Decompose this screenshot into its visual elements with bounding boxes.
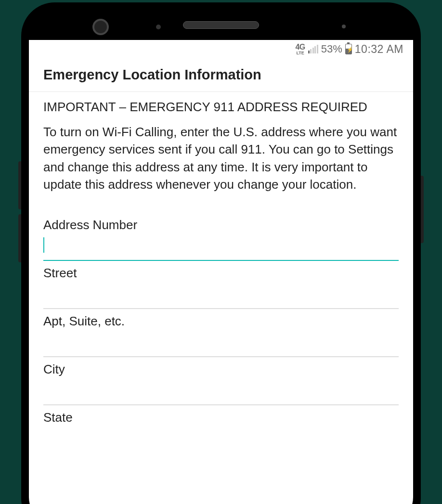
battery-percent: 53% — [321, 43, 342, 55]
network-lte-icon: 4GLTE — [295, 43, 305, 55]
phone-top-bar — [29, 10, 413, 40]
text-caret — [43, 237, 44, 253]
power-button — [421, 176, 424, 243]
address-number-input[interactable] — [43, 234, 399, 261]
apt-input[interactable] — [43, 331, 399, 357]
front-camera — [92, 19, 109, 35]
city-label: City — [43, 362, 399, 377]
screen[interactable]: 4GLTE 53% ⚡ 10:32 AM Emergenc — [29, 40, 413, 504]
apt-label: Apt, Suite, etc. — [43, 314, 399, 329]
street-label: Street — [43, 266, 399, 281]
state-label: State — [43, 410, 399, 425]
notice-body: To turn on Wi-Fi Calling, enter the U.S.… — [43, 119, 399, 213]
status-bar[interactable]: 4GLTE 53% ⚡ 10:32 AM — [29, 40, 413, 58]
page-title: Emergency Location Information — [43, 58, 399, 91]
street-input[interactable] — [43, 283, 399, 309]
address-number-label: Address Number — [43, 218, 399, 233]
phone-frame: 4GLTE 53% ⚡ 10:32 AM Emergenc — [21, 2, 421, 504]
proximity-sensor — [156, 25, 161, 29]
phone-bezel: 4GLTE 53% ⚡ 10:32 AM Emergenc — [29, 10, 413, 504]
field-city: City — [43, 357, 399, 405]
battery-charging-icon: ⚡ — [345, 44, 352, 54]
field-state: State — [43, 405, 399, 425]
notification-led — [342, 25, 346, 28]
earpiece-speaker — [183, 21, 259, 29]
signal-strength-icon — [308, 45, 318, 53]
volume-up-button — [18, 161, 21, 209]
city-input[interactable] — [43, 379, 399, 405]
volume-down-button — [18, 214, 21, 262]
main-content[interactable]: Emergency Location Information IMPORTANT… — [29, 58, 413, 425]
notice-heading: IMPORTANT – EMERGENCY 911 ADDRESS REQUIR… — [43, 92, 399, 119]
field-street: Street — [43, 261, 399, 309]
field-address-number: Address Number — [43, 213, 399, 261]
field-apt: Apt, Suite, etc. — [43, 309, 399, 357]
status-time: 10:32 AM — [355, 43, 403, 56]
